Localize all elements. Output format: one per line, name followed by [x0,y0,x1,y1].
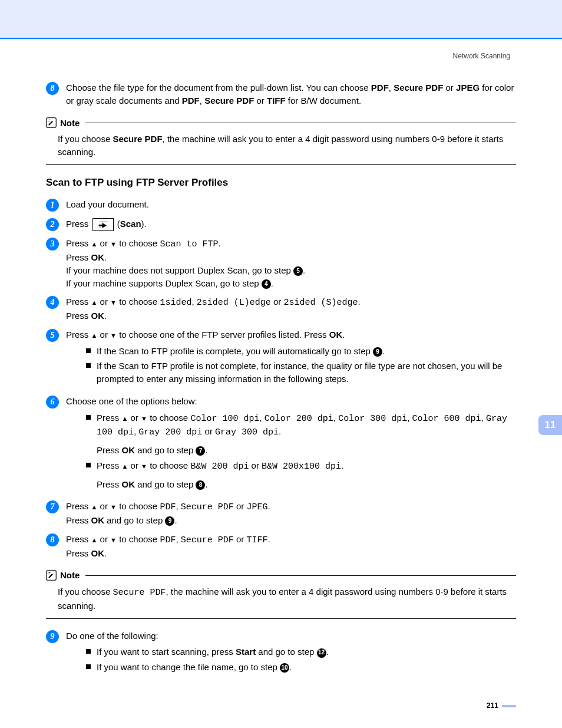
step-1-text: Load your document. [66,198,516,211]
bullet: If the Scan to FTP profile is not comple… [86,360,516,386]
text: , [481,413,486,423]
square-bullet-icon [86,463,91,467]
text: to choose [117,238,160,248]
text: . [174,515,177,525]
text: or [254,95,267,106]
text: . [104,548,107,558]
page-number: 211 [46,701,516,711]
code: 1sided [160,298,191,308]
bullet: Press or to choose Color 100 dpi, Color … [86,411,516,457]
text: Press [66,548,91,558]
up-arrow-icon [122,460,128,470]
bullet: If you want to start scanning, press Sta… [86,645,516,658]
text: or [97,238,110,248]
text: or [234,534,247,544]
square-bullet-icon [86,348,91,353]
text: If you choose [58,587,113,597]
note-label: Note [60,569,80,582]
bold: OK [91,548,105,558]
text: or [443,83,456,93]
text: . [104,311,107,321]
text: or [202,426,215,436]
document-body: 11 8 Choose the file type for the docume… [0,60,562,728]
text: or [97,330,110,340]
code: Secure PDF [113,588,166,598]
text: . [358,297,360,307]
text: . [341,460,343,470]
top-band [0,0,562,39]
section-heading: Scan to FTP using FTP Server Profiles [46,176,516,190]
text: or [97,534,110,544]
text: Choose one of the options below: [66,396,197,406]
text: Press [66,515,91,525]
bold: JPEG [456,83,480,93]
step-number-icon: 8 [46,533,59,546]
step-number-icon: 9 [46,630,59,643]
text: If your machine supports Duplex Scan, go… [66,278,262,288]
up-arrow-icon [91,297,98,307]
square-bullet-icon [86,363,91,368]
bold: Secure PDF [204,95,254,106]
text: and go to step [104,515,165,525]
note-box-2: Note If you choose Secure PDF, the machi… [46,569,516,618]
note-pencil-icon [46,570,57,581]
text: . [104,252,107,262]
text: Press [97,479,122,489]
page-number-text: 211 [487,701,498,710]
square-bullet-icon [86,415,91,420]
text: , [333,413,338,423]
text: Press [97,460,122,470]
step-9-text: Do one of the following: If you want to … [66,630,516,677]
code: JPEG [246,502,267,512]
step-5: 5 Press or to choose one of the FTP serv… [46,328,516,389]
step-3: 3 Press or to choose Scan to FTP. Press … [46,237,516,289]
text: to choose [117,534,160,544]
bold: PDF [371,83,389,93]
text: or [97,501,110,511]
bold: OK [122,479,135,489]
text: to choose one of the FTP server profiles… [117,330,329,340]
step-3-text: Press or to choose Scan to FTP. Press OK… [66,237,516,289]
bold: Start [236,647,256,657]
code: Color 300 dpi [338,414,407,424]
up-arrow-icon [91,330,98,340]
text: for B/W document. [286,95,361,106]
text: . [267,534,270,544]
text: to choose [117,501,160,511]
bold: Scan [120,219,141,229]
text: Press [66,219,91,229]
code: Color 100 dpi [190,414,259,424]
text: Press [66,534,91,544]
note-body-2: If you choose Secure PDF, the machine wi… [46,582,516,619]
code: 2sided (L)edge [197,298,271,308]
down-arrow-icon [110,238,117,248]
step-7: 7 Press or to choose PDF, Secure PDF or … [46,500,516,527]
step-8-top: 8 Choose the file type for the document … [46,81,516,107]
text: Press [66,311,91,321]
step-number-icon: 2 [46,218,59,231]
down-arrow-icon [141,460,147,470]
step-2: 2 Press (Scan). [46,218,516,231]
up-arrow-icon [91,534,98,544]
up-arrow-icon [122,413,128,423]
step-number-icon: 7 [46,500,59,513]
step-8: 8 Press or to choose PDF, Secure PDF or … [46,533,516,560]
note-label: Note [60,117,80,130]
text: , [176,534,180,544]
text: Press [66,330,91,340]
text: or [128,460,141,470]
text: If you want to change the file name, go … [97,662,280,672]
step-number-icon: 1 [46,199,59,212]
page-header: Network Scanning [0,39,562,60]
code: PDF [160,535,176,545]
text: , [389,83,394,93]
down-arrow-icon [110,297,117,307]
text: Press [66,252,91,262]
bold: OK [122,445,135,455]
square-bullet-icon [86,664,91,669]
code: Scan to FTP [160,239,218,249]
code: 2sided (S)edge [283,298,358,308]
ref-icon: 9 [165,516,174,526]
text: . [342,330,345,340]
down-arrow-icon [110,330,117,340]
